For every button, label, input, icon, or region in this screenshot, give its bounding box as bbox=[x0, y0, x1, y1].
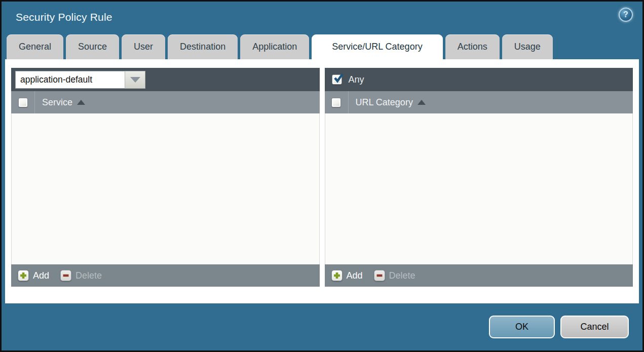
service-column-label: Service bbox=[42, 97, 72, 108]
service-list[interactable] bbox=[11, 113, 320, 264]
any-checkbox[interactable] bbox=[332, 74, 342, 85]
dialog-button-row: OK Cancel bbox=[489, 316, 629, 338]
url-category-select-all-cell bbox=[325, 91, 349, 113]
service-select-all-checkbox[interactable] bbox=[18, 98, 28, 107]
cancel-button[interactable]: Cancel bbox=[560, 316, 629, 338]
tab-content: Service Add Delete bbox=[5, 59, 639, 303]
tab-general[interactable]: General bbox=[7, 34, 63, 59]
service-delete-button[interactable]: Delete bbox=[60, 270, 102, 281]
sort-ascending-icon bbox=[77, 100, 85, 105]
url-category-delete-button[interactable]: Delete bbox=[374, 270, 415, 281]
any-row: Any bbox=[329, 74, 364, 85]
dropdown-arrow-icon bbox=[130, 77, 140, 83]
add-button-label: Add bbox=[33, 270, 49, 281]
service-type-dropdown-button[interactable] bbox=[125, 71, 145, 89]
delete-minus-icon bbox=[60, 270, 71, 281]
service-select-all-cell bbox=[11, 91, 35, 113]
tab-destination[interactable]: Destination bbox=[168, 34, 238, 59]
help-glyph: ? bbox=[623, 10, 628, 19]
url-category-footer: Add Delete bbox=[325, 264, 633, 287]
service-type-bar bbox=[11, 68, 320, 91]
url-category-list[interactable] bbox=[325, 113, 633, 264]
service-footer: Add Delete bbox=[11, 264, 320, 287]
service-type-combobox bbox=[15, 71, 145, 89]
tab-actions[interactable]: Actions bbox=[445, 34, 500, 59]
dialog-title: Security Policy Rule bbox=[16, 11, 112, 23]
service-table-header: Service bbox=[11, 91, 320, 113]
checkmark-icon bbox=[333, 73, 344, 84]
delete-button-label: Delete bbox=[75, 270, 102, 281]
service-column-header[interactable]: Service bbox=[42, 97, 85, 108]
tab-service-url-category[interactable]: Service/URL Category bbox=[312, 34, 442, 59]
delete-button-label: Delete bbox=[389, 270, 415, 281]
url-category-any-bar: Any bbox=[325, 68, 633, 91]
tab-usage[interactable]: Usage bbox=[502, 34, 553, 59]
url-category-add-button[interactable]: Add bbox=[331, 270, 363, 281]
ok-button[interactable]: OK bbox=[489, 316, 555, 338]
add-plus-icon bbox=[331, 270, 343, 281]
service-panel: Service Add Delete bbox=[11, 68, 320, 287]
tab-user[interactable]: User bbox=[122, 34, 165, 59]
url-category-select-all-checkbox[interactable] bbox=[331, 98, 341, 107]
tab-source[interactable]: Source bbox=[66, 34, 119, 59]
url-category-column-header[interactable]: URL Category bbox=[356, 97, 426, 108]
help-icon[interactable]: ? bbox=[619, 8, 633, 22]
any-checkbox-label: Any bbox=[349, 74, 364, 85]
add-plus-icon bbox=[18, 270, 29, 281]
add-button-label: Add bbox=[347, 270, 363, 281]
security-policy-rule-dialog: Security Policy Rule ? General Source Us… bbox=[0, 0, 644, 352]
url-category-panel: Any URL Category Add bbox=[325, 68, 633, 287]
url-category-table-header: URL Category bbox=[325, 91, 633, 113]
service-add-button[interactable]: Add bbox=[18, 270, 49, 281]
url-category-column-label: URL Category bbox=[356, 97, 413, 108]
delete-minus-icon bbox=[374, 270, 385, 281]
titlebar: Security Policy Rule ? bbox=[2, 2, 642, 33]
tab-bar: General Source User Destination Applicat… bbox=[2, 33, 642, 59]
sort-ascending-icon bbox=[418, 100, 426, 105]
tab-application[interactable]: Application bbox=[240, 34, 309, 59]
service-type-input[interactable] bbox=[15, 71, 125, 89]
